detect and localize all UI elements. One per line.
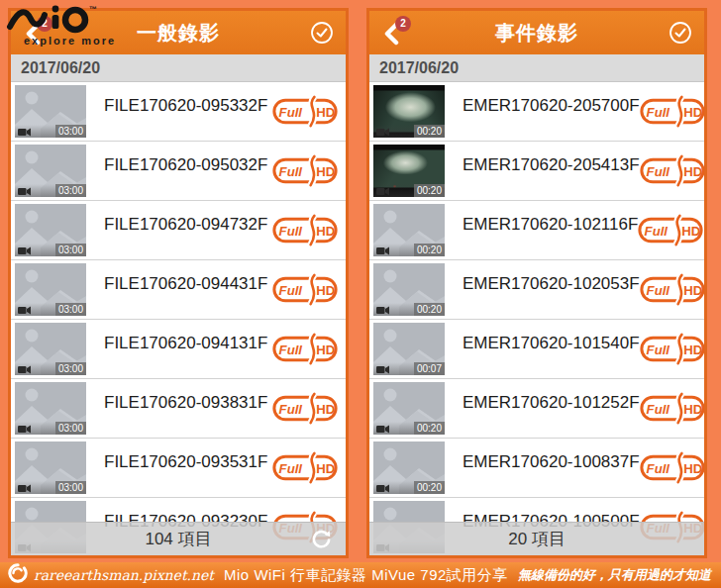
notification-badge: 2: [395, 16, 411, 32]
file-name: EMER170620-205700F: [463, 96, 640, 116]
fullhd-badge: Full HD: [638, 214, 703, 250]
check-circle-icon: [310, 21, 334, 45]
svg-text:Full: Full: [279, 224, 303, 239]
back-button[interactable]: 2: [383, 20, 413, 48]
fullhd-badge: Full HD: [272, 154, 338, 191]
thumbnail-info-bar: 00:20: [373, 244, 445, 256]
video-thumbnail: 00:20: [373, 85, 445, 138]
svg-text:Full: Full: [645, 224, 669, 239]
video-camera-icon: [18, 123, 31, 139]
file-name: FILE170620-094732F: [104, 215, 267, 235]
svg-text:HD: HD: [683, 164, 702, 179]
video-thumbnail: 00:20: [373, 382, 445, 435]
svg-text:™: ™: [89, 5, 97, 14]
svg-text:Full: Full: [646, 461, 670, 476]
video-duration: 03:00: [55, 362, 86, 375]
thumbnail-info-bar: 03:00: [15, 184, 86, 197]
video-thumbnail: 03:00: [15, 263, 86, 316]
svg-text:HD: HD: [683, 402, 702, 417]
file-name: EMER170620-101540F: [463, 334, 640, 353]
footer-site-link[interactable]: rareearthsman.pixnet.net: [34, 567, 214, 583]
video-camera-icon: [376, 301, 389, 317]
panel-title: 事件錄影: [495, 20, 578, 47]
list-item[interactable]: 03:00 FILE170620-095332F Full HD: [11, 82, 346, 142]
video-camera-icon: [376, 420, 389, 436]
list-item[interactable]: 03:00 FILE170620-093531F Full HD: [11, 439, 346, 498]
list-item[interactable]: 00:20 EMER170620-205413F Full HD: [369, 142, 704, 201]
list-item[interactable]: 00:20 EMER170620-101252F Full HD: [369, 379, 704, 439]
video-thumbnail: 03:00: [15, 85, 86, 138]
footer-caption: Mio WiFi 行車記錄器 MiVue 792試用分享: [224, 566, 508, 585]
refresh-icon[interactable]: [311, 529, 332, 553]
svg-text:HD: HD: [683, 461, 702, 476]
file-name: FILE170620-093531F: [104, 452, 267, 472]
video-duration: 00:20: [414, 184, 445, 197]
panel-header: 2 事件錄影: [369, 11, 704, 54]
thumbnail-info-bar: 00:20: [373, 184, 445, 197]
video-duration: 03:00: [55, 125, 86, 138]
fullhd-badge: Full HD: [272, 214, 338, 250]
video-duration: 00:07: [414, 362, 445, 375]
svg-text:Full: Full: [279, 105, 303, 120]
list-item[interactable]: 03:00 FILE170620-094732F Full HD: [11, 201, 346, 260]
file-name: EMER170620-102053F: [463, 274, 640, 294]
video-duration: 03:00: [55, 303, 86, 316]
list-item[interactable]: 00:20 EMER170620-205700F Full HD: [369, 82, 704, 142]
svg-text:Full: Full: [279, 283, 303, 298]
logo-tagline: explore more: [24, 35, 116, 47]
video-camera-icon: [18, 301, 31, 317]
svg-text:HD: HD: [683, 105, 702, 120]
list-item[interactable]: 00:20 EMER170620-102116F Full HD: [369, 201, 704, 260]
list-item[interactable]: 03:00 FILE170620-094431F Full HD: [11, 260, 346, 320]
list-item[interactable]: 03:00 FILE170620-093831F Full HD: [11, 379, 346, 439]
item-count-bar: 104 項目: [11, 522, 346, 555]
thumbnail-info-bar: 00:20: [373, 422, 445, 435]
svg-text:Full: Full: [279, 164, 303, 179]
video-thumbnail: 00:20: [373, 145, 445, 197]
svg-text:HD: HD: [316, 164, 335, 179]
video-thumbnail: 03:00: [15, 441, 86, 494]
item-count-bar: 20 項目: [369, 522, 704, 555]
thumbnail-info-bar: 00:20: [373, 481, 445, 494]
fullhd-badge: Full HD: [640, 392, 705, 429]
list-item[interactable]: 03:00 FILE170620-095032F Full HD: [11, 142, 346, 201]
file-name: FILE170620-094131F: [104, 334, 267, 353]
svg-text:HD: HD: [683, 343, 702, 357]
fullhd-badge: Full HD: [640, 333, 705, 369]
thumbnail-info-bar: 03:00: [15, 125, 86, 138]
svg-text:Full: Full: [279, 402, 303, 417]
check-circle-icon: [669, 21, 692, 45]
video-camera-icon: [376, 182, 389, 198]
video-thumbnail: 00:20: [373, 441, 445, 494]
file-name: FILE170620-093831F: [104, 393, 267, 413]
video-camera-icon: [18, 479, 31, 495]
video-duration: 00:20: [414, 125, 445, 138]
video-duration: 00:20: [414, 422, 445, 435]
svg-text:Full: Full: [646, 283, 670, 298]
item-count: 104 項目: [145, 528, 211, 550]
fullhd-badge: Full HD: [640, 95, 705, 132]
fullhd-badge: Full HD: [272, 333, 338, 369]
video-camera-icon: [376, 123, 389, 139]
list-item[interactable]: 00:20 EMER170620-102053F Full HD: [369, 260, 704, 320]
list-item[interactable]: 00:07 EMER170620-101540F Full HD: [369, 320, 704, 379]
thumbnail-info-bar: 03:00: [15, 481, 86, 494]
svg-text:Full: Full: [646, 164, 670, 179]
select-all-button[interactable]: [669, 21, 692, 45]
video-camera-icon: [376, 360, 389, 376]
thumbnail-info-bar: 03:00: [15, 303, 86, 316]
video-duration: 03:00: [55, 481, 86, 494]
select-all-button[interactable]: [310, 21, 334, 45]
video-duration: 00:20: [414, 481, 445, 494]
video-thumbnail: 03:00: [15, 204, 86, 256]
list-item[interactable]: 00:20 EMER170620-100837F Full HD: [369, 439, 704, 498]
file-name: EMER170620-102116F: [463, 215, 638, 235]
svg-text:HD: HD: [682, 224, 701, 239]
video-thumbnail: 03:00: [15, 323, 86, 375]
item-count: 20 項目: [508, 528, 566, 550]
fullhd-badge: Full HD: [640, 154, 705, 191]
fullhd-badge: Full HD: [272, 273, 338, 310]
video-duration: 03:00: [55, 422, 86, 435]
panel-normal-recordings: 2 一般錄影 2017/06/20: [8, 8, 349, 558]
list-item[interactable]: 03:00 FILE170620-094131F Full HD: [11, 320, 346, 379]
